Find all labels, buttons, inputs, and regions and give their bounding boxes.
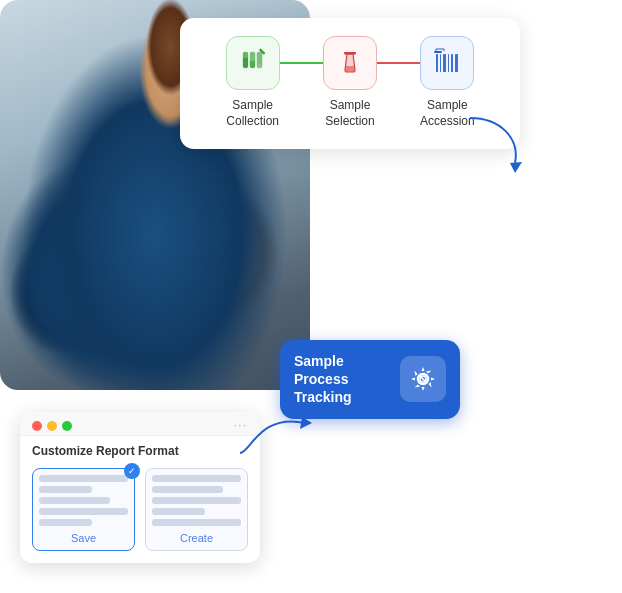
- tracking-gear-icon: [408, 364, 438, 394]
- tracking-icon-wrap: [400, 356, 446, 402]
- workflow-step-selection[interactable]: Sample Selection: [301, 36, 398, 129]
- svg-rect-8: [344, 52, 356, 55]
- template-line-5: [39, 519, 92, 526]
- template-check: ✓: [124, 463, 140, 479]
- svg-rect-14: [455, 54, 458, 72]
- workflow-step-collection[interactable]: Sample Collection: [204, 36, 301, 129]
- svg-rect-12: [448, 54, 449, 72]
- template-line-c1: [152, 475, 241, 482]
- report-card-title: Customize Report Format: [20, 436, 260, 464]
- template-line-4: [39, 508, 128, 515]
- svg-rect-10: [440, 54, 441, 72]
- svg-rect-13: [451, 54, 453, 72]
- template-line-2: [39, 486, 92, 493]
- tracking-badge[interactable]: Sample Process Tracking: [280, 340, 460, 419]
- template-save[interactable]: ✓ Save: [32, 468, 135, 551]
- template-line-1: [39, 475, 128, 482]
- save-label[interactable]: Save: [39, 530, 128, 544]
- template-line-c3: [152, 497, 241, 504]
- template-create[interactable]: Create: [145, 468, 248, 551]
- svg-rect-1: [243, 52, 248, 58]
- workflow-card: Sample Collection Sample Selection: [180, 18, 520, 149]
- tracking-text: Sample Process Tracking: [294, 352, 390, 407]
- template-line-c5: [152, 519, 241, 526]
- selection-icon: [335, 48, 365, 78]
- svg-rect-11: [443, 54, 446, 72]
- accession-icon: [432, 48, 462, 78]
- svg-rect-5: [257, 52, 262, 64]
- window-dots: [32, 421, 72, 431]
- selection-label: Sample Selection: [325, 98, 374, 129]
- template-line-c2: [152, 486, 223, 493]
- dot-minimize: [47, 421, 57, 431]
- template-line-c4: [152, 508, 205, 515]
- tracking-label-line2: Process: [294, 370, 390, 388]
- collection-label: Sample Collection: [226, 98, 279, 129]
- svg-rect-15: [434, 51, 442, 53]
- svg-rect-9: [436, 54, 438, 72]
- template-line-3: [39, 497, 110, 504]
- tracking-label-line1: Sample: [294, 352, 390, 370]
- create-label[interactable]: Create: [152, 530, 241, 544]
- workflow-step-accession[interactable]: Sample Accession: [399, 36, 496, 129]
- collection-icon: [238, 48, 268, 78]
- svg-rect-3: [250, 52, 255, 61]
- dot-close: [32, 421, 42, 431]
- report-card-header: ···: [20, 412, 260, 436]
- report-templates: ✓ Save Create: [20, 464, 260, 563]
- tracking-label-line3: Tracking: [294, 388, 390, 406]
- accession-label: Sample Accession: [420, 98, 475, 129]
- window-controls-right: ···: [234, 420, 248, 431]
- selection-icon-wrap: [323, 36, 377, 90]
- dot-maximize: [62, 421, 72, 431]
- report-card: ··· Customize Report Format ✓ Save Creat…: [20, 412, 260, 563]
- collection-icon-wrap: [226, 36, 280, 90]
- workflow-steps: Sample Collection Sample Selection: [204, 36, 496, 129]
- accession-icon-wrap: [420, 36, 474, 90]
